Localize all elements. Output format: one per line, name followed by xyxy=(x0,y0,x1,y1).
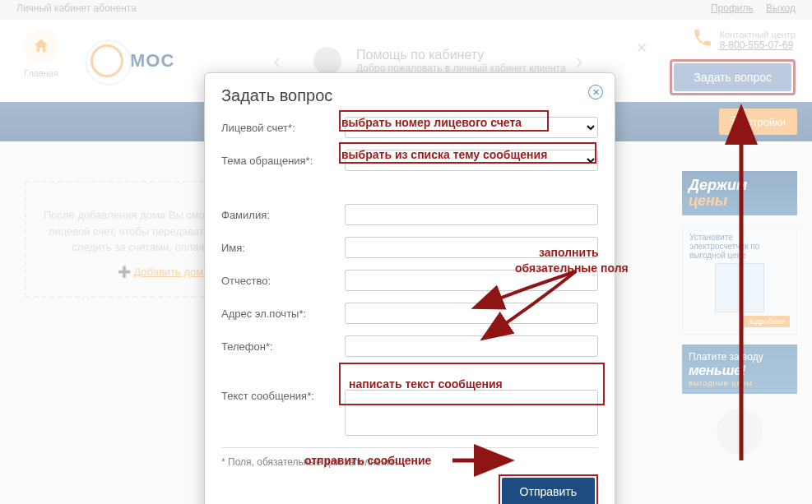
logo-text: МОС xyxy=(130,50,174,72)
modal-close-button[interactable]: ✕ xyxy=(588,85,603,99)
help-info-icon xyxy=(313,47,341,75)
chevron-left-icon[interactable]: ‹ xyxy=(273,49,281,74)
settings-button[interactable]: стройки xyxy=(719,109,797,135)
topic-label: Тема обращения*: xyxy=(221,155,345,167)
plus-icon: ➕ xyxy=(118,266,131,278)
lastname-input[interactable] xyxy=(345,204,598,225)
help-title: Помощь по кабинету xyxy=(356,48,566,62)
ask-question-button[interactable]: Задать вопрос xyxy=(674,63,791,91)
ad-placeholder xyxy=(682,404,797,461)
home-label: Главная xyxy=(24,68,58,78)
home-icon xyxy=(24,29,58,63)
page-title: Личный кабинет абонента xyxy=(16,2,137,17)
meter-icon xyxy=(715,263,764,312)
account-label: Лицевой счет*: xyxy=(221,122,345,134)
lastname-label: Фамилия: xyxy=(221,209,345,221)
contact-label: Контактный центр xyxy=(720,30,796,39)
required-footnote: * Поля, обязательные для заполнения xyxy=(221,447,598,468)
patronymic-input[interactable] xyxy=(345,270,598,291)
phone-icon xyxy=(692,27,713,54)
firstname-label: Имя: xyxy=(221,242,345,254)
topic-select[interactable] xyxy=(345,150,598,171)
patronymic-label: Отчество: xyxy=(221,275,345,287)
ad-meter[interactable]: Установите электросчетчик по выгодной це… xyxy=(682,225,797,335)
email-input[interactable] xyxy=(345,303,598,324)
phone-input[interactable] xyxy=(345,335,598,357)
submit-button[interactable]: Отправить xyxy=(502,478,595,504)
message-label: Текст сообщения*: xyxy=(221,390,345,402)
logo-mark-icon xyxy=(90,44,123,77)
firstname-input[interactable] xyxy=(345,237,598,258)
chevron-right-icon[interactable]: › xyxy=(576,49,583,74)
email-label: Адрес эл.почты*: xyxy=(221,307,345,320)
ask-question-modal: Задать вопрос ✕ Лицевой счет*: Тема обра… xyxy=(204,72,615,504)
account-select[interactable] xyxy=(345,117,598,138)
message-textarea[interactable] xyxy=(345,390,598,436)
logo: МОС xyxy=(90,44,174,77)
close-icon[interactable]: ✕ xyxy=(636,39,647,57)
add-home-link[interactable]: Добавить дом xyxy=(133,266,203,278)
logout-link[interactable]: Выход xyxy=(766,2,796,14)
home-tile[interactable]: Главная xyxy=(16,29,66,93)
modal-title: Задать вопрос xyxy=(221,86,598,105)
phone-label: Телефон*: xyxy=(221,340,345,353)
profile-link[interactable]: Профиль xyxy=(711,2,754,14)
ad-prices[interactable]: Держимцены xyxy=(682,171,797,215)
sliders-icon xyxy=(731,115,742,129)
contact-phone[interactable]: 8-800-555-07-69 xyxy=(720,39,796,51)
ad-water[interactable]: Платите за воду меньше! выгодные цены xyxy=(682,344,797,394)
